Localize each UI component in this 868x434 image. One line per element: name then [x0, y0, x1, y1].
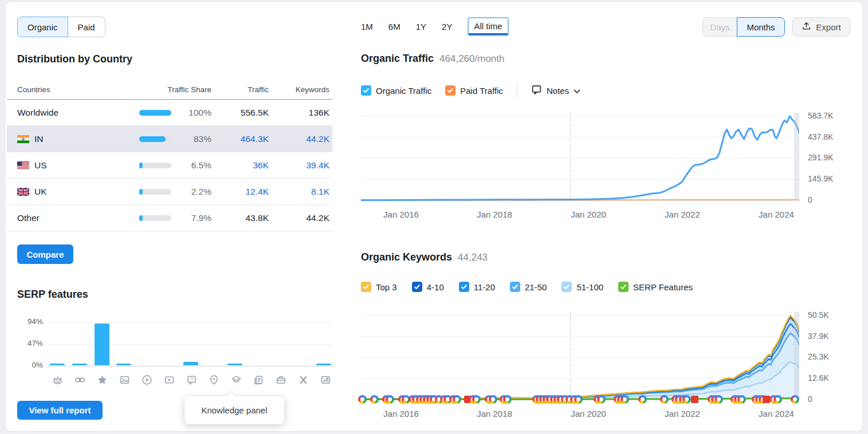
keywords-x-axis-label: Jan 2016: [375, 409, 427, 419]
google-update-marker[interactable]: [682, 395, 691, 404]
traffic-y-axis-label: 291.9K: [808, 153, 833, 162]
pos-51-100-checkbox[interactable]: 51-100: [561, 282, 603, 292]
pos-11-20-checkbox[interactable]: 11-20: [459, 282, 495, 292]
traffic-x-axis-label: Jan 2018: [469, 210, 520, 219]
top3-checkbox[interactable]: Top 3: [361, 282, 397, 292]
days-button[interactable]: Days: [702, 17, 737, 37]
share-value: 2.2%: [171, 187, 211, 197]
traffic-x-axis-label: Jan 2024: [751, 210, 802, 219]
traffic-link[interactable]: 36K: [211, 160, 269, 171]
checkbox-checked-icon: [561, 282, 572, 292]
keywords-x-axis-label: Jan 2024: [751, 409, 802, 419]
organic-traffic-value: 464,260/month: [439, 53, 504, 65]
keywords-legend: Top 3 4-10 11-20 21-50 51-100 SERP Featu…: [361, 282, 693, 292]
google-update-marker[interactable]: [453, 395, 461, 404]
notes-button[interactable]: Notes: [531, 84, 580, 97]
checkbox-checked-icon: [510, 282, 520, 292]
traffic-value: 43.8K: [211, 213, 269, 223]
pos-4-10-checkbox[interactable]: 4-10: [412, 282, 444, 292]
serp-bar: [316, 364, 331, 366]
organic-tab[interactable]: Organic: [17, 17, 68, 37]
knowledge-panel-icon[interactable]: [229, 373, 243, 386]
table-row-in[interactable]: IN 83% 464.3K 44.2K: [7, 126, 332, 152]
traffic-x-axis-label: Jan 2016: [375, 210, 427, 219]
tab-6m[interactable]: 6M: [388, 22, 400, 31]
paid-tab[interactable]: Paid: [68, 17, 105, 37]
organic-traffic-checkbox[interactable]: Organic Traffic: [361, 85, 431, 96]
country-name: UK: [17, 187, 139, 197]
legend-divider: [517, 83, 517, 98]
traffic-legend: Organic Traffic Paid Traffic Notes: [361, 83, 580, 98]
google-update-marker[interactable]: [489, 395, 497, 404]
google-update-marker[interactable]: [370, 395, 379, 404]
checkbox-checked-icon: [361, 85, 371, 96]
view-full-report-button[interactable]: View full report: [17, 401, 103, 420]
serp-bar: [50, 364, 65, 366]
organic-keywords-value: 44,243: [458, 252, 488, 263]
keywords-y-axis-label: 0: [808, 394, 812, 404]
keywords-y-axis-label: 50.5K: [808, 310, 829, 319]
export-button[interactable]: Export: [792, 17, 850, 37]
google-update-marker[interactable]: [358, 395, 367, 404]
months-button[interactable]: Months: [737, 17, 785, 37]
checkbox-checked-icon: [445, 85, 455, 96]
serp-features-chart: [49, 322, 332, 366]
image-pack-icon[interactable]: [319, 373, 332, 386]
serp-ytick-0: 0%: [14, 361, 43, 369]
tab-2y[interactable]: 2Y: [442, 22, 452, 31]
export-icon: [802, 21, 811, 33]
country-section-title: Distribution by Country: [17, 53, 132, 65]
tab-1m[interactable]: 1M: [361, 22, 373, 31]
twitter-x-icon[interactable]: [296, 373, 310, 386]
organic-traffic-chart: [361, 113, 799, 202]
keywords-link[interactable]: 8.1K: [269, 187, 329, 197]
granularity-toggle: Days Months: [702, 17, 785, 37]
traffic-x-axis-label: Jan 2020: [563, 210, 614, 219]
table-row-us[interactable]: US 6.5% 36K 39.4K: [7, 152, 332, 179]
traffic-y-axis-label: 583.7K: [808, 111, 833, 120]
knowledge-panel-tooltip: Knowledge panel: [184, 396, 284, 424]
organic-traffic-title: Organic Traffic: [361, 53, 434, 65]
local-pack-icon[interactable]: [207, 373, 221, 386]
google-update-flag-marker[interactable]: [763, 396, 770, 403]
keywords-y-axis-label: 37.9K: [808, 332, 829, 341]
organic-paid-toggle: Organic Paid: [17, 17, 105, 37]
share-value: 6.5%: [171, 160, 211, 171]
serp-features-checkbox[interactable]: SERP Features: [618, 282, 693, 292]
traffic-link[interactable]: 464.3K: [211, 134, 269, 144]
featured-video-icon[interactable]: [162, 373, 176, 386]
reviews-star-icon[interactable]: [95, 373, 109, 386]
featured-snippet-icon[interactable]: [50, 373, 64, 386]
tab-1y[interactable]: 1Y: [416, 22, 426, 31]
keywords-link[interactable]: 39.4K: [269, 160, 329, 171]
images-icon[interactable]: [117, 373, 131, 386]
google-update-marker[interactable]: [773, 395, 782, 404]
paid-traffic-checkbox[interactable]: Paid Traffic: [445, 85, 503, 96]
sitelinks-icon[interactable]: [73, 373, 87, 386]
google-update-flag-marker[interactable]: [691, 396, 698, 403]
country-name: Other: [17, 213, 139, 223]
video-icon[interactable]: [140, 373, 154, 386]
traffic-link[interactable]: 12.4K: [211, 187, 269, 197]
keywords-link[interactable]: 44.2K: [269, 134, 329, 144]
faq-icon[interactable]: ?: [184, 373, 198, 386]
pos-21-50-checkbox[interactable]: 21-50: [510, 282, 547, 292]
jobs-icon[interactable]: [274, 373, 288, 386]
country-name: IN: [17, 134, 139, 144]
serp-bar: [95, 323, 109, 365]
compare-button[interactable]: Compare: [17, 244, 73, 264]
tab-all-time[interactable]: All time: [468, 17, 508, 36]
table-row-other[interactable]: Other 7.9% 43.8K 44.2K: [7, 205, 332, 231]
serp-bar: [72, 364, 87, 366]
share-bar: [139, 136, 171, 142]
google-update-marker[interactable]: [503, 395, 512, 404]
table-row-worldwide[interactable]: Worldwide 100% 556.5K 136K: [7, 100, 332, 126]
top-stories-icon[interactable]: [252, 373, 265, 386]
google-update-marker[interactable]: [620, 395, 629, 404]
serp-ytick-94: 94%: [14, 317, 43, 326]
checkbox-checked-icon: [361, 282, 371, 292]
col-countries: Countries: [17, 85, 139, 94]
google-update-marker[interactable]: [737, 395, 746, 404]
table-row-uk[interactable]: UK 2.2% 12.4K 8.1K: [7, 179, 332, 205]
col-traffic-share: Traffic Share: [139, 85, 211, 94]
